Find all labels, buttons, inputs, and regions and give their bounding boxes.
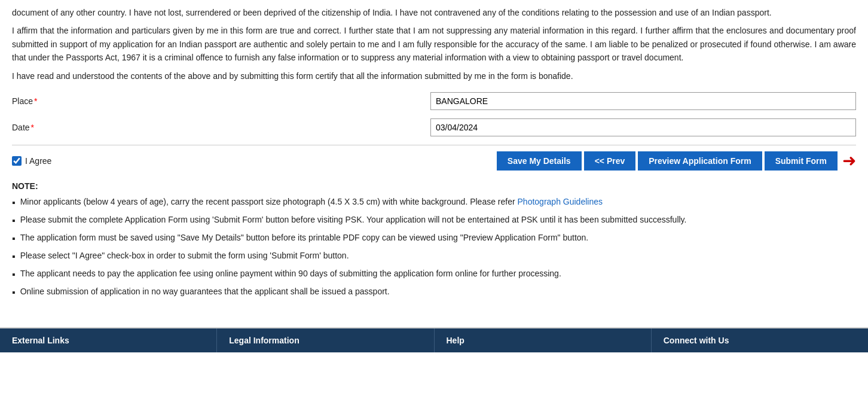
arrow-icon: ➜ <box>842 153 856 169</box>
place-row: Place* <box>12 92 856 110</box>
footer-legal-information: Legal Information <box>217 328 434 352</box>
place-label: Place* <box>12 96 430 106</box>
agree-label: I Agree <box>25 156 51 166</box>
note-item-6: Online submission of application in no w… <box>12 285 856 300</box>
preview-button[interactable]: Preview Application Form <box>638 151 762 171</box>
declaration-para3: I have read and understood the contents … <box>12 69 856 83</box>
footer-external-links: External Links <box>0 328 217 352</box>
prev-button[interactable]: << Prev <box>584 151 636 171</box>
footer-help: Help <box>435 328 652 352</box>
date-row: Date* <box>12 118 856 136</box>
action-row: I Agree Save My Details << Prev Preview … <box>12 151 856 171</box>
note-item-1: Minor applicants (below 4 years of age),… <box>12 196 856 210</box>
date-input[interactable] <box>430 118 856 136</box>
declaration-para2: I affirm that the information and partic… <box>12 24 856 64</box>
main-content: document of any other country. I have no… <box>0 0 868 315</box>
declaration-section: document of any other country. I have no… <box>12 6 856 83</box>
divider <box>12 145 856 145</box>
agree-section: I Agree <box>12 156 51 166</box>
submit-button[interactable]: Submit Form <box>765 151 838 171</box>
agree-checkbox[interactable] <box>12 156 22 166</box>
place-input[interactable] <box>430 92 856 110</box>
note-title: NOTE: <box>12 181 856 191</box>
note-list: Minor applicants (below 4 years of age),… <box>12 196 856 300</box>
note-section: NOTE: Minor applicants (below 4 years of… <box>12 181 856 300</box>
footer-connect: Connect with Us <box>652 328 868 352</box>
note-item-4: Please select "I Agree" check-box in ord… <box>12 249 856 264</box>
note-item-5: The applicant needs to pay the applicati… <box>12 267 856 282</box>
save-button[interactable]: Save My Details <box>497 151 582 171</box>
declaration-para1: document of any other country. I have no… <box>12 6 856 19</box>
note-item-2: Please submit the complete Application F… <box>12 214 856 228</box>
buttons-group: Save My Details << Prev Preview Applicat… <box>497 151 856 171</box>
date-label: Date* <box>12 123 430 132</box>
footer: External Links Legal Information Help Co… <box>0 327 868 352</box>
photograph-guidelines-link[interactable]: Photograph Guidelines <box>518 197 603 206</box>
note-item-3: The application form must be saved using… <box>12 232 856 246</box>
